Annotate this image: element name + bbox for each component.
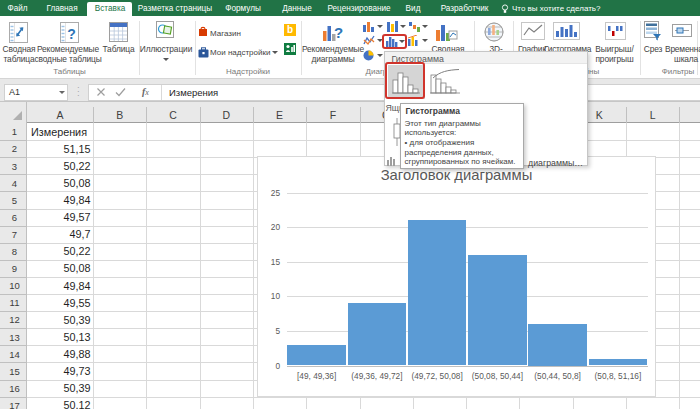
svg-text:?: ? — [334, 24, 343, 41]
svg-text:?: ? — [67, 26, 76, 42]
